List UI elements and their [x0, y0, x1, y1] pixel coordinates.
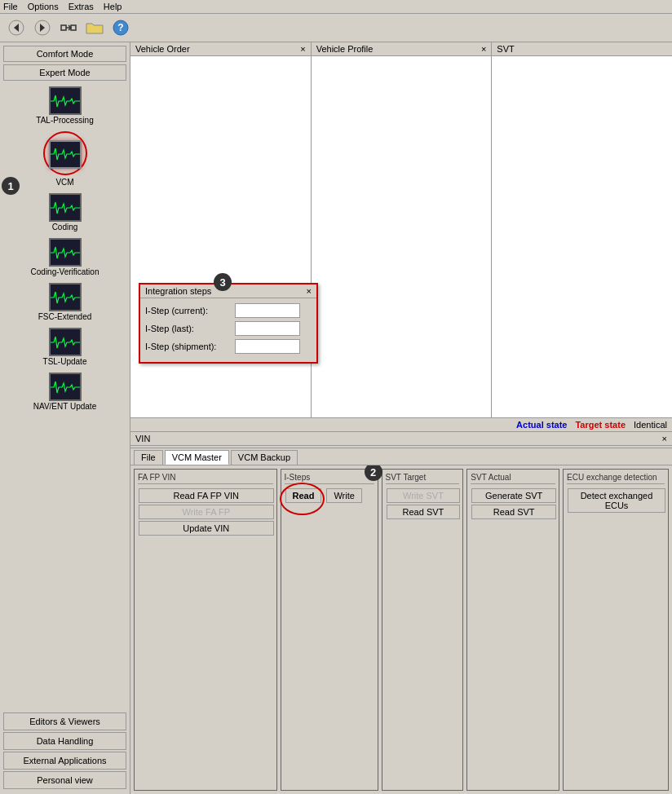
svt-target-title: SVT Target — [386, 473, 460, 484]
vehicle-profile-close[interactable]: × — [481, 44, 486, 54]
write-button[interactable]: Write — [326, 488, 361, 503]
write-fa-fp-button[interactable]: Write FA FP — [139, 505, 274, 519]
generate-svt-button[interactable]: Generate SVT — [471, 488, 556, 503]
detect-exchanged-ecus-button[interactable]: Detect exchanged ECUs — [568, 488, 665, 513]
isteps-title: I-Steps — [285, 473, 374, 484]
svt-actual-read-svt-button[interactable]: Read SVT — [471, 505, 556, 519]
sidebar-item-coding-label: Coding — [52, 223, 78, 232]
help-button[interactable]: ? — [109, 16, 132, 39]
sidebar-item-fsc-extended-label: FSC-Extended — [38, 312, 92, 321]
sidebar-item-coding[interactable]: Coding — [3, 193, 126, 232]
vehicle-profile-header: Vehicle Profile × — [312, 42, 492, 56]
svt-actual-title: SVT Actual — [471, 473, 555, 484]
sidebar-item-fsc-extended[interactable]: FSC-Extended — [3, 283, 126, 321]
integration-steps-body: I-Step (current): I-Step (last): I-Step … — [140, 298, 316, 362]
integration-steps-close[interactable]: × — [307, 286, 312, 296]
editors-viewers-button[interactable]: Editors & Viewers — [3, 712, 126, 730]
svt-body — [492, 56, 672, 417]
istep-shipment-label: I-Step (shipment): — [145, 342, 235, 351]
sidebar-item-vcm[interactable]: VCM — [3, 131, 126, 187]
integration-steps-title: Integration steps — [145, 286, 211, 296]
sidebar-item-tal-processing[interactable]: TAL-Processing — [3, 86, 126, 125]
badge-2: 2 — [365, 465, 382, 481]
istep-last-label: I-Step (last): — [145, 324, 235, 333]
back-button[interactable] — [5, 16, 28, 39]
svg-text:?: ? — [117, 22, 123, 33]
vehicle-order-title: Vehicle Order — [135, 44, 190, 54]
svg-rect-4 — [61, 25, 66, 30]
personal-view-button[interactable]: Personal view — [3, 771, 126, 789]
badge-3: 3 — [214, 273, 232, 291]
identical-label: Identical — [634, 420, 667, 430]
istep-current-label: I-Step (current): — [145, 306, 235, 315]
tab-vcm-master[interactable]: VCM Master — [165, 450, 229, 465]
svt-target-section: SVT Target Write SVT Read SVT — [382, 469, 464, 791]
istep-current-row: I-Step (current): — [145, 303, 312, 318]
menu-help[interactable]: Help — [104, 2, 122, 11]
comfort-mode-button[interactable]: Comfort Mode — [3, 46, 126, 62]
istep-current-input[interactable] — [235, 303, 300, 318]
sidebar-item-vcm-label: VCM — [55, 178, 73, 187]
external-applications-button[interactable]: External Applications — [3, 752, 126, 770]
istep-last-row: I-Step (last): — [145, 321, 312, 336]
sidebar-item-coding-verification[interactable]: Coding-Verification — [3, 238, 126, 276]
sidebar-item-tsl-update[interactable]: TSL-Update — [3, 328, 126, 366]
network-button[interactable] — [57, 16, 80, 39]
istep-last-input[interactable] — [235, 321, 300, 336]
svt-header: SVT — [492, 42, 672, 56]
ecu-exchange-title: ECU exchange detection — [567, 473, 665, 484]
update-vin-button[interactable]: Update VIN — [139, 521, 274, 536]
actual-state-label: Actual state — [516, 420, 567, 430]
sidebar-item-tal-processing-label: TAL-Processing — [36, 116, 93, 125]
data-handling-button[interactable]: Data Handling — [3, 732, 126, 750]
fa-fp-vin-title: FA FP VIN — [138, 473, 273, 484]
write-svt-button[interactable]: Write SVT — [387, 488, 461, 503]
vin-title: VIN — [135, 434, 150, 443]
svt-target-read-svt-button[interactable]: Read SVT — [387, 505, 461, 519]
menubar: File Options Extras Help — [0, 0, 672, 14]
tab-file[interactable]: File — [134, 450, 163, 465]
expert-mode-button[interactable]: Expert Mode — [3, 64, 126, 81]
sidebar-item-tsl-update-label: TSL-Update — [43, 357, 87, 366]
integration-steps-panel: 3 Integration steps × I-Step (current): … — [139, 283, 318, 364]
menu-extras[interactable]: Extras — [69, 2, 94, 11]
forward-button[interactable] — [31, 16, 54, 39]
istep-shipment-row: I-Step (shipment): — [145, 339, 312, 354]
target-state-label: Target state — [575, 420, 626, 430]
vehicle-profile-title: Vehicle Profile — [316, 44, 374, 54]
svt-title: SVT — [497, 44, 514, 54]
vehicle-order-header: Vehicle Order × — [130, 42, 311, 56]
sidebar-item-coding-verification-label: Coding-Verification — [31, 267, 99, 276]
istep-shipment-input[interactable] — [235, 339, 300, 354]
menu-file[interactable]: File — [3, 2, 18, 11]
sidebar-item-nav-ent-label: NAV/ENT Update — [33, 402, 96, 411]
toolbar: ? — [0, 14, 672, 42]
vin-panel-header: VIN × — [130, 432, 672, 446]
folder-button[interactable] — [83, 16, 106, 39]
tab-bar: File VCM Master VCM Backup — [130, 448, 672, 465]
tab-content-vcm-master: FA FP VIN Read FA FP VIN Write FA FP Upd… — [130, 465, 672, 794]
ecu-exchange-section: ECU exchange detection Detect exchanged … — [563, 469, 669, 791]
fa-fp-vin-section: FA FP VIN Read FA FP VIN Write FA FP Upd… — [134, 469, 277, 791]
menu-options[interactable]: Options — [28, 2, 59, 11]
vehicle-profile-body — [312, 56, 492, 417]
read-fa-fp-vin-button[interactable]: Read FA FP VIN — [139, 488, 274, 503]
sidebar-item-nav-ent[interactable]: NAV/ENT Update — [3, 373, 126, 411]
isteps-section: I-Steps 2 Read Write — [281, 469, 378, 791]
sidebar: Comfort Mode Expert Mode TAL-Processing — [0, 42, 130, 794]
badge-1: 1 — [2, 177, 20, 195]
svt-actual-section: SVT Actual Generate SVT Read SVT — [466, 469, 559, 791]
vehicle-order-close[interactable]: × — [300, 44, 305, 54]
read-button[interactable]: Read — [285, 488, 322, 503]
tab-vcm-backup[interactable]: VCM Backup — [231, 450, 298, 465]
vin-close[interactable]: × — [662, 434, 667, 443]
